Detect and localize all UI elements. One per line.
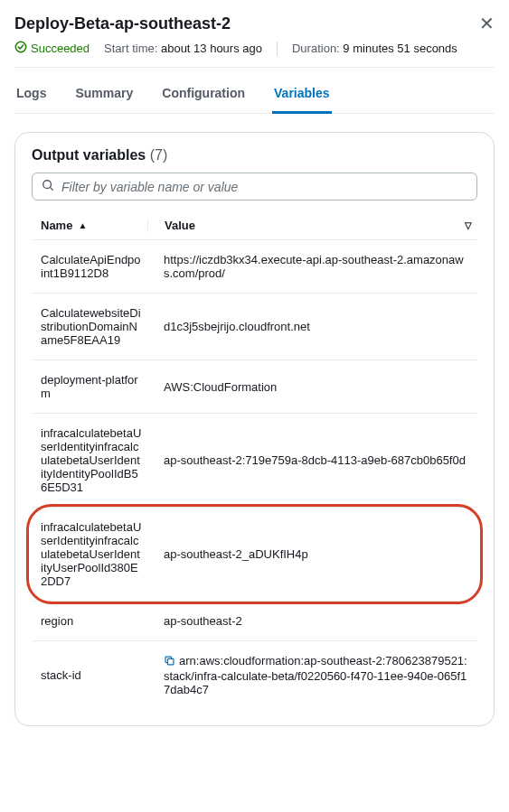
copy-icon[interactable] — [164, 655, 175, 669]
cell-name: CalculatewebsiteDistributionDomainName5F… — [32, 306, 147, 347]
cell-value: https://iczdb3kx34.execute-api.ap-southe… — [147, 253, 477, 280]
cell-name: infracalculatebetaUserIdentityinfracalcu… — [32, 520, 147, 588]
success-icon — [14, 41, 27, 56]
card-count: (7) — [150, 147, 168, 163]
col-header-name[interactable]: Name ▲ — [32, 219, 147, 232]
cell-value-text: arn:aws:cloudformation:ap-southeast-2:78… — [164, 654, 467, 696]
cell-name: CalculateApiEndpoint1B9112D8 — [32, 253, 147, 280]
filter-input-wrap[interactable] — [32, 173, 477, 201]
table-header: Name ▲ Value ▽ — [32, 219, 477, 240]
status-text: Succeeded — [31, 42, 90, 55]
table-row: CalculatewebsiteDistributionDomainName5F… — [32, 294, 477, 360]
divider — [277, 42, 278, 56]
page-title: Deploy-Beta-ap-southeast-2 — [14, 14, 231, 33]
table-row: stack-id arn:aws:cloudformation:ap-south… — [32, 641, 477, 709]
tabs: Logs Summary Configuration Variables — [14, 77, 495, 114]
status-badge: Succeeded — [14, 41, 90, 56]
cell-value: ap-southeast-2 — [147, 614, 477, 628]
col-header-value[interactable]: Value ▽ — [147, 219, 477, 232]
close-icon[interactable]: ✕ — [479, 14, 495, 33]
cell-value: ap-southeast-2_aDUKfIH4p — [147, 547, 477, 561]
table-row: infracalculatebetaUserIdentityinfracalcu… — [32, 508, 477, 602]
tab-variables[interactable]: Variables — [272, 77, 332, 114]
cell-name: infracalculatebetaUserIdentityinfracalcu… — [32, 426, 147, 494]
sort-asc-icon: ▲ — [78, 220, 87, 230]
sort-icon: ▽ — [465, 220, 472, 230]
svg-rect-2 — [167, 658, 174, 665]
col-name-label: Name — [41, 219, 72, 232]
table-row: region ap-southeast-2 — [32, 602, 477, 641]
cell-name: stack-id — [32, 668, 147, 682]
cell-value: ap-southeast-2:719e759a-8dcb-4113-a9eb-6… — [147, 453, 477, 467]
duration-label: Duration: — [292, 42, 340, 55]
table-row: deployment-platform AWS:CloudFormation — [32, 360, 477, 414]
card-title: Output variables (7) — [32, 147, 477, 163]
output-variables-card: Output variables (7) Name ▲ Value ▽ Calc… — [14, 132, 495, 726]
table-row: infracalculatebetaUserIdentityinfracalcu… — [32, 414, 477, 508]
start-time-label: Start time: — [104, 42, 157, 55]
cell-name: region — [32, 614, 147, 628]
search-icon — [42, 179, 54, 194]
cell-value: d1c3j5sbejrijo.cloudfront.net — [147, 320, 477, 333]
tab-summary[interactable]: Summary — [73, 77, 135, 114]
duration: Duration: 9 minutes 51 seconds — [292, 42, 457, 55]
col-value-label: Value — [165, 219, 195, 232]
variables-table: Name ▲ Value ▽ CalculateApiEndpoint1B911… — [32, 219, 477, 709]
card-title-text: Output variables — [32, 147, 146, 163]
tab-configuration[interactable]: Configuration — [160, 77, 247, 114]
cell-name: deployment-platform — [32, 373, 147, 400]
filter-input[interactable] — [61, 180, 467, 194]
start-time: Start time: about 13 hours ago — [104, 42, 262, 55]
cell-value: AWS:CloudFormation — [147, 380, 477, 394]
cell-value: arn:aws:cloudformation:ap-southeast-2:78… — [147, 654, 477, 696]
start-time-value: about 13 hours ago — [161, 42, 262, 55]
tab-logs[interactable]: Logs — [14, 77, 48, 114]
duration-value: 9 minutes 51 seconds — [343, 42, 457, 55]
table-row: CalculateApiEndpoint1B9112D8 https://icz… — [32, 240, 477, 294]
